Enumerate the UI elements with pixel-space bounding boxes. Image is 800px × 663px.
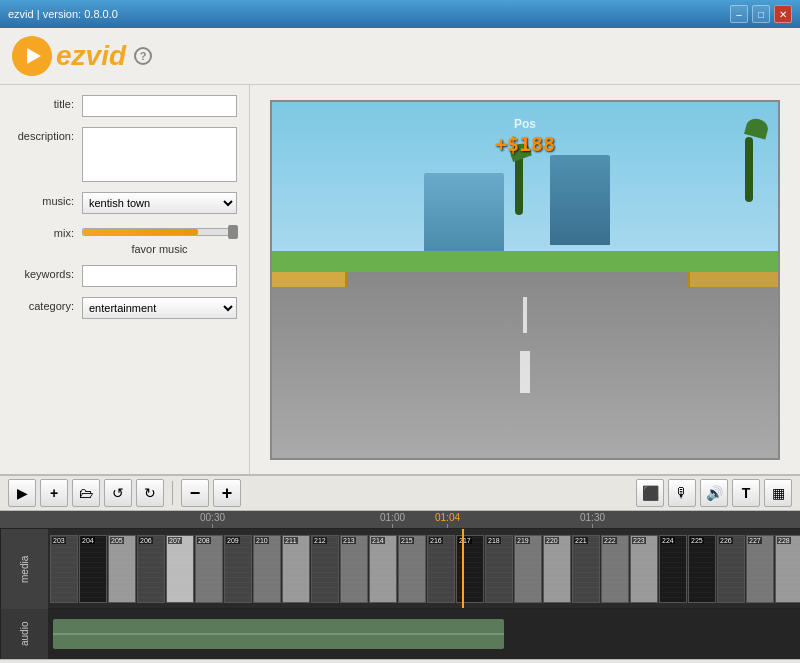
thumbnail-number: 227 bbox=[748, 537, 762, 544]
list-item: 203 bbox=[50, 535, 78, 603]
logo-ez: ez bbox=[56, 40, 86, 71]
thumbnail-texture bbox=[225, 536, 251, 602]
zoom-in-button[interactable]: + bbox=[213, 479, 241, 507]
title-input[interactable] bbox=[82, 95, 237, 117]
list-item: 208 bbox=[195, 535, 223, 603]
audio-track[interactable] bbox=[48, 609, 800, 659]
logo: ezvid bbox=[12, 36, 126, 76]
thumbnail-number: 225 bbox=[690, 537, 704, 544]
mix-slider-thumb[interactable] bbox=[228, 225, 238, 239]
thumbnail-strip: 2032042052062072082092102112122132142152… bbox=[48, 529, 800, 608]
list-item: 228 bbox=[775, 535, 800, 603]
thumbnail-texture bbox=[660, 536, 686, 602]
toolbar: ▶ + 🗁 ↺ ↻ − + ⬛ 🎙 🔊 T ▦ bbox=[0, 475, 800, 511]
music-row: music: kentish town acoustic classical j… bbox=[12, 192, 237, 214]
category-label: category: bbox=[12, 297, 82, 312]
list-item: 220 bbox=[543, 535, 571, 603]
thumbnail-number: 204 bbox=[81, 537, 95, 544]
thumbnail-texture bbox=[602, 536, 628, 602]
speaker-button[interactable]: 🔊 bbox=[700, 479, 728, 507]
logo-text: ezvid bbox=[56, 40, 126, 72]
list-item: 218 bbox=[485, 535, 513, 603]
thumbnail-number: 211 bbox=[284, 537, 298, 544]
list-item: 223 bbox=[630, 535, 658, 603]
thumbnail-texture bbox=[283, 536, 309, 602]
close-button[interactable]: ✕ bbox=[774, 5, 792, 23]
help-button[interactable]: ? bbox=[134, 47, 152, 65]
thumbnail-texture bbox=[747, 536, 773, 602]
thumbnail-texture bbox=[573, 536, 599, 602]
pos-text: Pos bbox=[514, 117, 536, 131]
thumbnail-number: 214 bbox=[371, 537, 385, 544]
thumbnail-texture bbox=[399, 536, 425, 602]
thumbnail-number: 215 bbox=[400, 537, 414, 544]
description-input[interactable] bbox=[82, 127, 237, 182]
ruler-mark-0130: 01:30 bbox=[580, 512, 605, 528]
palm-1 bbox=[515, 155, 523, 215]
category-row: category: entertainment education gaming… bbox=[12, 297, 237, 319]
timeline-wrapper: 00:30 01:00 01:04 01:30 media audio bbox=[0, 511, 800, 659]
mix-label: mix: bbox=[12, 224, 82, 239]
road-line-2 bbox=[520, 351, 530, 394]
thumbnail-texture bbox=[631, 536, 657, 602]
add-media-button[interactable]: + bbox=[40, 479, 68, 507]
keywords-row: keywords: bbox=[12, 265, 237, 287]
keywords-input[interactable] bbox=[82, 265, 237, 287]
thumbnail-number: 203 bbox=[52, 537, 66, 544]
palm-2 bbox=[745, 137, 753, 202]
mix-slider[interactable] bbox=[82, 228, 237, 236]
thumbnail-texture bbox=[341, 536, 367, 602]
music-select[interactable]: kentish town acoustic classical jazz roc… bbox=[82, 192, 237, 214]
list-item: 216 bbox=[427, 535, 455, 603]
thumbnail-texture bbox=[486, 536, 512, 602]
film-button[interactable]: ▦ bbox=[764, 479, 792, 507]
logo-play-icon bbox=[12, 36, 52, 76]
maximize-button[interactable]: □ bbox=[752, 5, 770, 23]
media-track[interactable]: 2032042052062072082092102112122132142152… bbox=[48, 529, 800, 609]
zoom-out-button[interactable]: − bbox=[181, 479, 209, 507]
thumbnail-texture bbox=[254, 536, 280, 602]
list-item: 219 bbox=[514, 535, 542, 603]
toolbar-separator-1 bbox=[172, 481, 173, 505]
monitor-button[interactable]: ⬛ bbox=[636, 479, 664, 507]
curb-right bbox=[687, 272, 778, 286]
category-select[interactable]: entertainment education gaming how-to mu… bbox=[82, 297, 237, 319]
bottom-bar: sponsored by W ings AppNee.com Recommend bbox=[0, 659, 800, 663]
timeline-ruler: 00:30 01:00 01:04 01:30 bbox=[0, 511, 800, 529]
content-area: title: description: music: kentish town … bbox=[0, 85, 800, 475]
title-label: title: bbox=[12, 95, 82, 110]
thumbnail-number: 216 bbox=[429, 537, 443, 544]
list-item: 210 bbox=[253, 535, 281, 603]
thumbnail-texture bbox=[51, 536, 77, 602]
road-line-1 bbox=[523, 297, 527, 333]
text-button[interactable]: T bbox=[732, 479, 760, 507]
thumbnail-number: 218 bbox=[487, 537, 501, 544]
media-track-label: media bbox=[0, 529, 48, 609]
list-item: 214 bbox=[369, 535, 397, 603]
main-window: ezvid ? title: description: music: kenti… bbox=[0, 28, 800, 663]
list-item: 213 bbox=[340, 535, 368, 603]
mic-button[interactable]: 🎙 bbox=[668, 479, 696, 507]
playhead bbox=[462, 529, 464, 608]
tracks-content: 2032042052062072082092102112122132142152… bbox=[48, 529, 800, 659]
open-folder-button[interactable]: 🗁 bbox=[72, 479, 100, 507]
list-item: 224 bbox=[659, 535, 687, 603]
score-overlay: +$188 bbox=[495, 132, 555, 156]
thumbnail-texture bbox=[776, 536, 800, 602]
header: ezvid ? bbox=[0, 28, 800, 85]
thumbnail-number: 210 bbox=[255, 537, 269, 544]
thumbnail-number: 220 bbox=[545, 537, 559, 544]
undo-button[interactable]: ↺ bbox=[104, 479, 132, 507]
redo-button[interactable]: ↻ bbox=[136, 479, 164, 507]
minimize-button[interactable]: – bbox=[730, 5, 748, 23]
list-item: 222 bbox=[601, 535, 629, 603]
thumbnail-texture bbox=[689, 536, 715, 602]
thumbnail-number: 213 bbox=[342, 537, 356, 544]
keywords-label: keywords: bbox=[12, 265, 82, 280]
thumbnail-number: 219 bbox=[516, 537, 530, 544]
audio-waveform bbox=[53, 619, 504, 649]
curb-left bbox=[272, 272, 348, 286]
play-button[interactable]: ▶ bbox=[8, 479, 36, 507]
list-item: 212 bbox=[311, 535, 339, 603]
thumbnail-number: 208 bbox=[197, 537, 211, 544]
